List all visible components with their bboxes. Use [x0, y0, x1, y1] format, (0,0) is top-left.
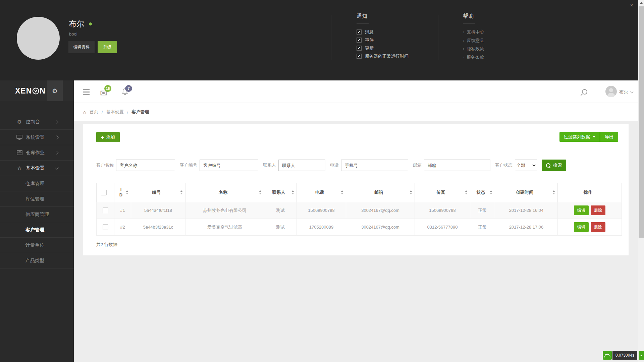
- sort-icon[interactable]: [490, 190, 492, 194]
- delete-button[interactable]: 删除: [591, 205, 605, 215]
- chevron-down-icon: [630, 90, 634, 94]
- messages-button[interactable]: ✉ 15: [100, 88, 107, 99]
- notifications-button[interactable]: 7: [121, 88, 128, 97]
- export-button[interactable]: 导出: [600, 132, 618, 142]
- filter-columns-label: 过滤某列数据: [564, 134, 590, 140]
- row-checkbox[interactable]: [103, 207, 108, 213]
- search-button[interactable]: 搜索: [542, 160, 566, 171]
- checkbox-checked-icon[interactable]: ✔: [357, 46, 362, 51]
- sidebar-subitem-supplier-mgmt[interactable]: 供应商管理: [0, 207, 74, 222]
- sort-icon[interactable]: [126, 190, 128, 194]
- sort-asc-icon: [410, 190, 412, 192]
- sidebar-subitem-product-type[interactable]: 产品类型: [0, 253, 74, 268]
- sidebar-menu: ⚙控制台系统设置仓库作业☆基本设置仓库管理库位管理供应商管理客户管理计量单位产品…: [0, 114, 74, 268]
- add-button[interactable]: + 添加: [96, 132, 120, 142]
- column-header-inner: ID: [114, 183, 131, 202]
- sidebar-gear-button[interactable]: ⚙: [47, 80, 63, 101]
- upgrade-button[interactable]: 升级: [98, 41, 117, 53]
- contact-filter-input[interactable]: [278, 160, 325, 171]
- chevron-down-icon: [55, 166, 58, 169]
- gear-icon: ⚙: [52, 87, 58, 95]
- scrollbar-up-arrow[interactable]: [638, 0, 644, 6]
- sidebar-subitem-unit-mgmt[interactable]: 计量单位: [0, 238, 74, 253]
- plus-icon: +: [101, 134, 104, 140]
- checkbox-checked-icon[interactable]: ✔: [357, 54, 362, 59]
- sidebar-subitem-customer-mgmt[interactable]: 客户管理: [0, 222, 74, 238]
- edit-button[interactable]: 编辑: [574, 222, 589, 232]
- cell-contact: 测试: [264, 219, 297, 236]
- sort-asc-icon: [126, 190, 128, 192]
- edit-button[interactable]: 编辑: [574, 205, 589, 215]
- avatar: [17, 17, 60, 60]
- help-link[interactable]: ›隐私政策: [463, 46, 484, 52]
- row-checkbox[interactable]: [103, 224, 108, 230]
- sort-icon[interactable]: [291, 190, 294, 194]
- sort-icon[interactable]: [180, 190, 183, 194]
- navbar-user-name: 布尔: [619, 89, 628, 95]
- help-link[interactable]: ›服务条款: [463, 54, 484, 60]
- email-filter-input[interactable]: [424, 160, 490, 171]
- edit-profile-button[interactable]: 编辑资料: [68, 41, 95, 53]
- panel-toolbar: + 添加 过滤某列数据 导出: [96, 132, 618, 142]
- help-link[interactable]: ›反馈意见: [463, 37, 484, 44]
- checkbox-checked-icon[interactable]: ✔: [357, 29, 362, 35]
- sort-icon[interactable]: [465, 190, 468, 194]
- help-link[interactable]: ›支持中心: [463, 29, 484, 35]
- top-navbar: ✉ 15 7 布尔: [74, 80, 638, 103]
- scrollbar-thumb[interactable]: [639, 6, 644, 238]
- help-link-label: 隐私政策: [467, 46, 484, 52]
- sidebar-item-console[interactable]: ⚙控制台: [0, 114, 74, 130]
- hamburger-menu-icon[interactable]: [83, 89, 90, 95]
- phone-filter-label: 电话: [330, 162, 339, 168]
- scrollbar[interactable]: [638, 0, 644, 362]
- sort-desc-icon: [465, 193, 468, 194]
- filter-columns-button[interactable]: 过滤某列数据: [559, 132, 600, 142]
- sort-icon[interactable]: [410, 190, 412, 194]
- cell-fax: 0312-56777890: [415, 219, 470, 236]
- sort-icon[interactable]: [341, 190, 343, 194]
- column-header-contact: 联系人: [264, 183, 297, 202]
- trace-logo-icon[interactable]: [603, 351, 612, 360]
- breadcrumb-item[interactable]: 首页: [90, 109, 98, 115]
- delete-button[interactable]: 删除: [591, 222, 605, 232]
- notification-option-label: 更新: [365, 45, 374, 51]
- column-header-fax: 传真: [415, 183, 470, 202]
- customer-status-select[interactable]: 全部: [515, 160, 537, 171]
- sort-asc-icon: [490, 190, 492, 192]
- navbar-avatar[interactable]: [605, 86, 617, 97]
- customer-code-filter-input[interactable]: [200, 160, 258, 171]
- online-status-dot: [89, 22, 92, 25]
- cell-code: 5a44b3f23a31c: [131, 219, 185, 236]
- user-menu[interactable]: 布尔: [619, 89, 633, 95]
- table-body: #15a44a4f6f1f18苏州牧冬光电有限公司测试1506990079830…: [97, 202, 622, 236]
- logo-text-left: XEN: [15, 86, 32, 96]
- cell-created: 2017-12-28 17:06: [495, 219, 558, 236]
- search-icon[interactable]: [582, 89, 587, 95]
- contact-filter-label: 联系人: [263, 162, 276, 168]
- breadcrumb-item[interactable]: 基本设置: [106, 109, 124, 115]
- sidebar-subitem-warehouse-mgmt[interactable]: 仓库管理: [0, 176, 74, 191]
- column-header-checkbox: [97, 183, 114, 202]
- column-header-phone: 电话: [297, 183, 346, 202]
- sidebar: XENN ⚙ ⚙控制台系统设置仓库作业☆基本设置仓库管理库位管理供应商管理客户管…: [0, 80, 74, 362]
- close-icon[interactable]: ×: [630, 2, 633, 9]
- sidebar-subitem-location-mgmt[interactable]: 库位管理: [0, 191, 74, 207]
- checkbox-checked-icon[interactable]: ✔: [357, 38, 362, 43]
- customer-name-filter-input[interactable]: [116, 160, 175, 171]
- sidebar-item-warehouse-jobs[interactable]: 仓库作业: [0, 145, 74, 161]
- column-label: 联系人: [272, 189, 285, 195]
- cell-name: 爱美克空气过滤器: [185, 219, 264, 236]
- monitor-icon: [16, 135, 23, 140]
- archive-icon: [16, 150, 23, 155]
- search-button-label: 搜索: [553, 162, 562, 168]
- messages-count-badge: 15: [104, 85, 111, 92]
- select-all-checkbox[interactable]: [101, 190, 107, 195]
- sidebar-item-system-settings[interactable]: 系统设置: [0, 130, 74, 145]
- phone-filter-input[interactable]: [341, 160, 408, 171]
- sort-icon[interactable]: [552, 190, 555, 194]
- cell-actions: 编辑删除: [558, 202, 622, 219]
- sidebar-item-basic-settings[interactable]: ☆基本设置: [0, 161, 74, 176]
- sort-icon[interactable]: [259, 190, 262, 194]
- trace-expand-button[interactable]: [639, 351, 644, 360]
- help-link-label: 服务条款: [467, 54, 484, 60]
